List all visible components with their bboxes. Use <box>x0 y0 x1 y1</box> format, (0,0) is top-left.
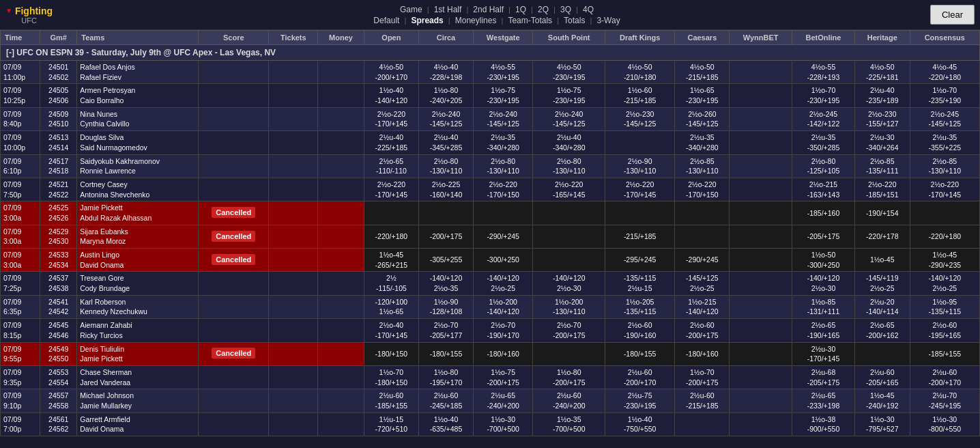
nav-2nd-half[interactable]: 2nd Half <box>473 5 504 14</box>
cell-westgate[interactable]: 2½u-35 -340/+280 <box>474 131 533 154</box>
cell-caesars[interactable]: -180/+160 <box>675 342 730 365</box>
cell-wynnbet[interactable] <box>730 249 792 272</box>
cell-caesars[interactable]: 1½o-215 -140/+120 <box>675 295 730 318</box>
cell-south-point[interactable]: 2½o-80 -130/+110 <box>533 154 605 178</box>
nav-1q[interactable]: 1Q <box>515 5 526 14</box>
cell-westgate[interactable]: 2½u-65 -240/+200 <box>474 389 533 412</box>
cell-caesars[interactable]: 2½u-35 -340/+280 <box>675 131 730 154</box>
cell-caesars[interactable] <box>675 412 730 436</box>
cell-draft-kings[interactable]: -180/+155 <box>605 342 675 365</box>
cell-circa[interactable]: 2½u-40 -345/+285 <box>418 131 473 154</box>
cell-circa[interactable]: 1½o-80 -195/+170 <box>418 365 473 389</box>
cell-westgate[interactable]: 2½o-240 -145/+125 <box>474 107 533 130</box>
cell-betonline[interactable]: 2½o-245 -142/+122 <box>792 107 855 130</box>
cell-circa[interactable]: 1½o-40 -635/+485 <box>418 412 473 436</box>
cell-circa[interactable]: 2½o-70 -205/+177 <box>418 319 473 342</box>
cell-draft-kings[interactable]: 4½o-50 -210/+180 <box>605 61 675 84</box>
sport-selector[interactable]: ▼ Fighting UFC <box>5 5 53 25</box>
cell-heritage[interactable]: 2½u-30 -340/+264 <box>854 131 910 154</box>
cell-draft-kings[interactable]: -135/+115 2½u-15 <box>605 272 675 295</box>
cell-caesars[interactable] <box>675 201 730 225</box>
cell-consensus[interactable]: 2½u-70 -245/+195 <box>910 389 979 412</box>
cell-caesars[interactable]: 2½o-220 -170/+150 <box>675 178 730 201</box>
cell-south-point[interactable]: 2½o-220 -165/+145 <box>533 178 605 201</box>
cell-heritage[interactable]: 2½o-220 -185/+151 <box>854 178 910 201</box>
cell-westgate[interactable]: -300/+250 <box>474 249 533 272</box>
cell-wynnbet[interactable] <box>730 154 792 178</box>
cell-betonline[interactable]: -205/+175 <box>792 225 855 248</box>
cell-betonline[interactable]: 2½o-80 -125/+105 <box>792 154 855 178</box>
cell-westgate[interactable]: 1½o-75 -230/+195 <box>474 84 533 107</box>
cell-open[interactable]: 1½o-40 -140/+120 <box>364 84 418 107</box>
nav-totals[interactable]: Totals <box>564 16 585 25</box>
cell-circa[interactable]: 1½o-90 -128/+108 <box>418 295 473 318</box>
cell-south-point[interactable]: 2½u-40 -340/+280 <box>533 131 605 154</box>
cell-wynnbet[interactable] <box>730 131 792 154</box>
cell-betonline[interactable]: 2½u-30 -170/+145 <box>792 342 855 365</box>
cell-westgate[interactable] <box>474 201 533 225</box>
cell-caesars[interactable]: -145/+125 2½o-25 <box>675 272 730 295</box>
cell-draft-kings[interactable]: 2½o-90 -130/+110 <box>605 154 675 178</box>
nav-3q[interactable]: 3Q <box>560 5 571 14</box>
cell-open[interactable]: 2½u-40 -225/+185 <box>364 131 418 154</box>
cell-heritage[interactable]: -190/+154 <box>854 201 910 225</box>
nav-team-totals[interactable]: Team-Totals <box>508 16 552 25</box>
cell-open[interactable] <box>364 201 418 225</box>
cell-betonline[interactable]: 1½o-85 -131/+111 <box>792 295 855 318</box>
cell-draft-kings[interactable]: -295/+245 <box>605 249 675 272</box>
cell-draft-kings[interactable] <box>605 201 675 225</box>
cell-south-point[interactable]: 2½o-240 -145/+125 <box>533 107 605 130</box>
cell-consensus[interactable]: 2½o-220 -170/+145 <box>910 178 979 201</box>
cell-circa[interactable]: -180/+155 <box>418 342 473 365</box>
cell-caesars[interactable]: 2½u-60 -215/+185 <box>675 389 730 412</box>
cell-consensus[interactable]: 4½o-45 -220/+180 <box>910 61 979 84</box>
cell-wynnbet[interactable] <box>730 272 792 295</box>
cell-westgate[interactable]: 4½o-55 -230/+195 <box>474 61 533 84</box>
cell-heritage[interactable]: 2½u-60 -205/+165 <box>854 365 910 389</box>
cell-consensus[interactable]: 2½o-245 -145/+125 <box>910 107 979 130</box>
nav-3way[interactable]: 3-Way <box>596 16 620 25</box>
cell-westgate[interactable]: -140/+120 2½o-25 <box>474 272 533 295</box>
cell-south-point[interactable] <box>533 342 605 365</box>
cell-heritage[interactable]: -145/+119 2½o-25 <box>854 272 910 295</box>
cell-circa[interactable]: 2½u-60 -245/+185 <box>418 389 473 412</box>
cell-wynnbet[interactable] <box>730 412 792 436</box>
cell-open[interactable]: 1½o-70 -180/+150 <box>364 365 418 389</box>
cell-open[interactable]: 2½ -115/-105 <box>364 272 418 295</box>
cell-heritage[interactable]: 1½o-45 <box>854 249 910 272</box>
cell-heritage[interactable]: 2½u-40 -235/+189 <box>854 84 910 107</box>
cell-betonline[interactable]: 2½u-35 -350/+285 <box>792 131 855 154</box>
cell-open[interactable]: -120/+100 1½o-65 <box>364 295 418 318</box>
cell-betonline[interactable]: 2½u-65 -233/+198 <box>792 389 855 412</box>
cell-westgate[interactable]: 1½o-30 -700/+500 <box>474 412 533 436</box>
cell-betonline[interactable]: 1½o-38 -900/+550 <box>792 412 855 436</box>
cell-consensus[interactable]: 2½u-35 -355/+225 <box>910 131 979 154</box>
cell-wynnbet[interactable] <box>730 365 792 389</box>
cell-wynnbet[interactable] <box>730 319 792 342</box>
cell-heritage[interactable]: 4½o-50 -225/+181 <box>854 61 910 84</box>
cell-draft-kings[interactable]: 2½u-75 -230/+195 <box>605 389 675 412</box>
cell-draft-kings[interactable]: 1½o-40 -750/+550 <box>605 412 675 436</box>
cell-caesars[interactable] <box>675 225 730 248</box>
cell-draft-kings[interactable]: 1½o-60 -215/+185 <box>605 84 675 107</box>
cell-westgate[interactable]: 1½o-200 -140/+120 <box>474 295 533 318</box>
cell-consensus[interactable] <box>910 201 979 225</box>
cell-westgate[interactable]: -290/+245 <box>474 225 533 248</box>
cell-consensus[interactable]: 1½o-95 -135/+115 <box>910 295 979 318</box>
cell-betonline[interactable]: 4½o-55 -228/+193 <box>792 61 855 84</box>
cell-draft-kings[interactable]: 2½u-60 -200/+170 <box>605 365 675 389</box>
cell-open[interactable]: 2½o-65 -110/-110 <box>364 154 418 178</box>
cell-draft-kings[interactable]: -215/+185 <box>605 225 675 248</box>
cell-westgate[interactable]: 2½o-80 -130/+110 <box>474 154 533 178</box>
cell-draft-kings[interactable] <box>605 131 675 154</box>
cell-wynnbet[interactable] <box>730 225 792 248</box>
cell-open[interactable]: -180/+150 <box>364 342 418 365</box>
nav-spreads[interactable]: Spreads <box>411 16 443 25</box>
cell-open[interactable]: -220/+180 <box>364 225 418 248</box>
cell-draft-kings[interactable]: 2½o-220 -170/+145 <box>605 178 675 201</box>
cell-caesars[interactable]: 2½o-85 -130/+110 <box>675 154 730 178</box>
cell-heritage[interactable] <box>854 342 910 365</box>
cell-circa[interactable]: -140/+120 2½o-35 <box>418 272 473 295</box>
cell-south-point[interactable]: 2½o-70 -200/+175 <box>533 319 605 342</box>
cell-consensus[interactable]: -220/+180 <box>910 225 979 248</box>
